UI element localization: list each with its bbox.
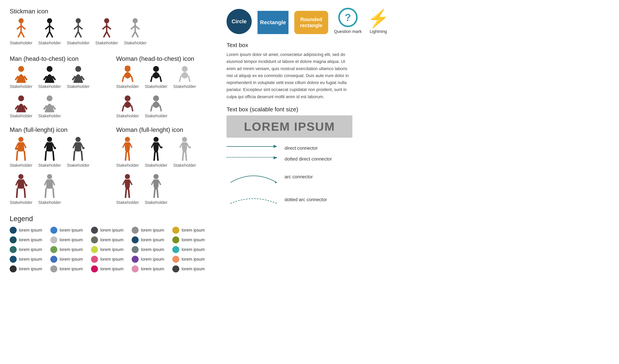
stickman-darkgray-icon xyxy=(72,18,84,39)
legend-dot xyxy=(172,237,179,243)
legend-section: Legend lorem ipsum lorem ipsum lorem ips… xyxy=(10,215,211,272)
svg-point-48 xyxy=(47,174,52,179)
stickman-gray-icon xyxy=(129,18,141,39)
list-item: Stakeholder xyxy=(38,18,61,45)
man-full-orange-icon xyxy=(15,137,27,162)
legend-text: lorem ipsum xyxy=(182,247,205,252)
man-full-darkred-label: Stakeholder xyxy=(10,200,32,205)
man-bust-darkgray-icon xyxy=(71,65,85,83)
svg-point-40 xyxy=(18,137,23,142)
man-full-darkred-icon xyxy=(15,174,27,199)
woman-full-gray-icon xyxy=(178,137,191,162)
dotted-connector-label: dotted direct connector xyxy=(285,156,332,162)
man-bust-darkred-icon xyxy=(14,95,28,112)
textbox-content: Lorem ipsum dolor sit amet, consectetur … xyxy=(226,51,352,100)
man-full-black-label: Stakeholder xyxy=(38,163,61,168)
list-item: lorem ipsum xyxy=(50,227,89,234)
dotted-arc-row: dotted arc connector xyxy=(226,192,609,207)
svg-rect-51 xyxy=(160,147,162,148)
legend-text: lorem ipsum xyxy=(19,247,42,252)
rectangle-label: Rectangle xyxy=(260,19,286,26)
svg-point-42 xyxy=(47,137,52,142)
list-item: lorem ipsum xyxy=(91,266,130,272)
legend-text: lorem ipsum xyxy=(141,266,164,271)
legend-dot xyxy=(50,237,57,243)
man-bust-darkgray-label: Stakeholder xyxy=(67,84,89,89)
legend-dot xyxy=(172,256,179,263)
svg-rect-45 xyxy=(83,147,84,149)
legend-dot xyxy=(10,237,17,243)
woman-bust-darkgray-label: Stakeholder xyxy=(173,84,196,89)
man-bust-row: Stakeholder Stakeholder xyxy=(10,65,105,118)
direct-connector-row: direct connector xyxy=(226,145,609,151)
list-item: Stakeholder xyxy=(67,65,89,89)
list-item: lorem ipsum xyxy=(10,256,48,263)
circle-label: Circle xyxy=(232,18,247,25)
direct-connector-label: direct connector xyxy=(285,145,318,151)
svg-point-6 xyxy=(47,18,52,23)
list-item: Stakeholder xyxy=(38,174,61,205)
legend-dot xyxy=(132,266,139,272)
legend-dot xyxy=(172,266,179,272)
legend-dot xyxy=(91,227,98,234)
man-bust-black-icon xyxy=(43,65,56,83)
lightning-item: ⚡ Lightning xyxy=(367,10,389,34)
list-item: lorem ipsum xyxy=(10,227,48,234)
arc-connector-row: arc connector xyxy=(226,167,609,186)
question-mark-symbol: ? xyxy=(345,12,351,23)
legend-text: lorem ipsum xyxy=(100,228,124,233)
list-item: Stakeholder xyxy=(116,65,139,89)
list-item: Stakeholder xyxy=(38,95,61,118)
stickman-row: Stakeholder Stakeholder xyxy=(10,18,211,45)
svg-point-12 xyxy=(76,18,81,23)
rectangle-shape: Rectangle xyxy=(257,11,288,34)
lightning-label: Lightning xyxy=(370,29,387,34)
list-item: lorem ipsum xyxy=(91,246,130,253)
woman-bust-gray-label: Stakeholder xyxy=(145,113,167,118)
dotted-connector-row: dotted direct connector xyxy=(226,156,609,162)
arc-connector-label: arc connector xyxy=(285,174,313,180)
list-item: lorem ipsum xyxy=(10,246,48,253)
legend-text: lorem ipsum xyxy=(182,266,205,271)
list-item: lorem ipsum xyxy=(91,256,130,263)
question-mark-label: Question mark xyxy=(334,29,362,34)
dotted-line xyxy=(226,157,277,158)
svg-line-23 xyxy=(107,31,110,37)
legend-dot xyxy=(91,256,98,263)
svg-point-50 xyxy=(154,137,159,142)
svg-point-49 xyxy=(125,137,130,142)
stickman-black-icon xyxy=(44,18,55,39)
svg-point-33 xyxy=(18,96,24,101)
svg-point-34 xyxy=(47,96,53,101)
legend-text: lorem ipsum xyxy=(60,247,83,252)
woman-bust-darkred-icon xyxy=(121,95,134,112)
legend-dot xyxy=(50,256,57,263)
list-item: Stakeholder xyxy=(10,65,32,89)
rectangle-item: Rectangle xyxy=(257,11,288,34)
svg-point-54 xyxy=(125,174,130,179)
man-bust-orange-label: Stakeholder xyxy=(10,84,32,89)
svg-line-16 xyxy=(75,31,78,37)
list-item: lorem ipsum xyxy=(172,246,211,253)
list-item: Stakeholder xyxy=(145,137,167,168)
woman-full-darkgray2-label: Stakeholder xyxy=(145,200,167,205)
svg-line-22 xyxy=(104,31,107,37)
list-item: lorem ipsum xyxy=(132,266,170,272)
legend-text: lorem ipsum xyxy=(60,266,83,271)
legend-text: lorem ipsum xyxy=(141,257,164,262)
man-bust-orange-icon xyxy=(14,65,28,83)
list-item: Stakeholder xyxy=(173,65,196,89)
list-item: lorem ipsum xyxy=(132,246,170,253)
legend-text: lorem ipsum xyxy=(60,228,83,233)
list-item: lorem ipsum xyxy=(91,237,130,243)
man-full-orange-label: Stakeholder xyxy=(10,163,32,168)
legend-text: lorem ipsum xyxy=(182,237,205,242)
legend-dot xyxy=(91,237,98,243)
woman-full-black-icon xyxy=(150,137,162,162)
arc-connector-visual xyxy=(226,167,281,186)
list-item: Stakeholder xyxy=(10,137,32,168)
woman-bust-darkgray-icon xyxy=(178,65,192,83)
legend-text: lorem ipsum xyxy=(141,228,164,233)
svg-line-29 xyxy=(135,31,138,37)
svg-point-32 xyxy=(75,66,81,72)
